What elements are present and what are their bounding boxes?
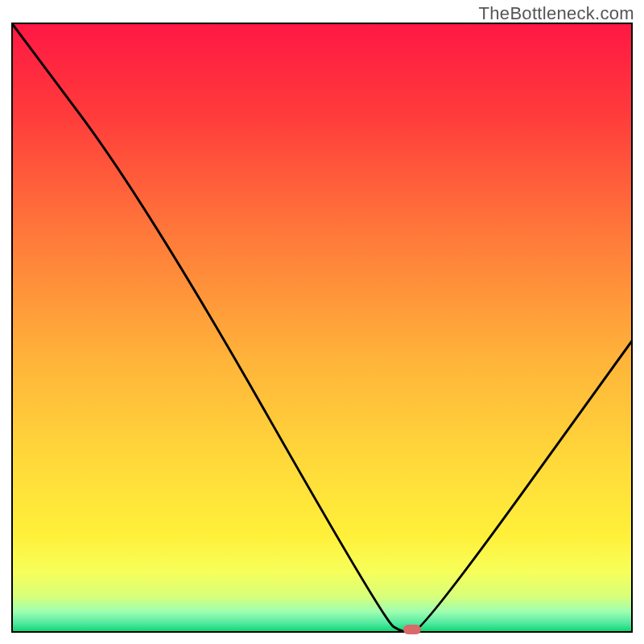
chart-container: TheBottleneck.com [0,0,644,644]
chart-lines [11,23,633,633]
optimal-point-marker [403,625,421,634]
bottleneck-curve-path [11,23,633,633]
watermark-text: TheBottleneck.com [479,3,634,24]
plot-border [12,23,633,633]
plot-area [11,23,633,633]
